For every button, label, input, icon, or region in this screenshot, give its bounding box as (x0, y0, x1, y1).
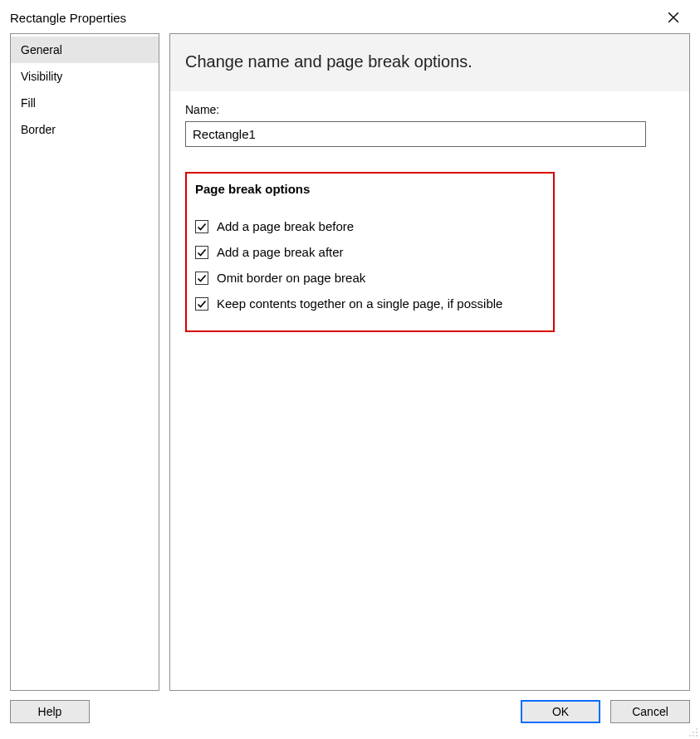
checkmark-icon (197, 273, 207, 283)
help-button[interactable]: Help (10, 700, 90, 723)
checkmark-icon (197, 299, 207, 309)
svg-point-6 (693, 735, 694, 737)
checkbox-label: Omit border on page break (217, 271, 365, 285)
checkbox-icon (195, 272, 208, 285)
checkbox-icon (195, 246, 208, 259)
checkbox-icon (195, 297, 208, 311)
svg-point-4 (696, 732, 698, 733)
sidebar-item-label: Fill (21, 96, 36, 110)
button-label: Help (38, 705, 62, 718)
checkbox-label: Keep contents together on a single page,… (217, 296, 502, 311)
name-label: Name: (185, 103, 674, 116)
svg-point-3 (693, 732, 694, 733)
sidebar-item-label: Border (21, 123, 56, 136)
dialog-footer: Help OK Cancel (0, 691, 700, 732)
footer-right: OK Cancel (521, 700, 690, 723)
resize-grip-icon (688, 727, 698, 737)
checkbox-row-omit-border[interactable]: Omit border on page break (195, 271, 545, 285)
checkbox-label: Add a page break before (217, 219, 354, 233)
name-input[interactable] (185, 121, 646, 147)
titlebar: Rectangle Properties (0, 0, 700, 33)
checkmark-icon (197, 247, 207, 257)
panel-content: Name: Page break options (170, 91, 689, 332)
sidebar-item-fill[interactable]: Fill (11, 90, 159, 116)
checkmark-icon (197, 222, 207, 232)
checkbox-row-break-before[interactable]: Add a page break before (195, 219, 545, 233)
sidebar: General Visibility Fill Border (10, 33, 159, 691)
sidebar-item-general[interactable]: General (11, 37, 159, 63)
sidebar-item-visibility[interactable]: Visibility (11, 63, 159, 90)
svg-point-2 (696, 728, 698, 730)
button-label: Cancel (632, 705, 668, 718)
button-label: OK (552, 705, 569, 718)
sidebar-item-label: General (21, 43, 62, 56)
cancel-button[interactable]: Cancel (610, 700, 690, 723)
checkbox-icon (195, 220, 208, 233)
checkbox-row-break-after[interactable]: Add a page break after (195, 245, 545, 259)
svg-point-7 (696, 735, 698, 737)
main-panel: Change name and page break options. Name… (169, 33, 690, 691)
checkbox-label: Add a page break after (217, 245, 344, 259)
ok-button[interactable]: OK (521, 700, 600, 723)
page-break-options-list: Add a page break before Add a page break… (195, 219, 545, 311)
resize-grip[interactable] (688, 727, 698, 737)
panel-header: Change name and page break options. (170, 34, 689, 91)
rectangle-properties-dialog: Rectangle Properties General Visibility … (0, 0, 700, 739)
sidebar-item-label: Visibility (21, 70, 62, 83)
page-break-options-title: Page break options (195, 174, 545, 198)
close-icon (668, 12, 679, 23)
page-break-options-group: Page break options Add a page break befo… (185, 172, 555, 332)
dialog-body: General Visibility Fill Border Change na… (0, 33, 700, 691)
checkbox-row-keep-together[interactable]: Keep contents together on a single page,… (195, 296, 545, 311)
sidebar-item-border[interactable]: Border (11, 116, 159, 143)
window-title: Rectangle Properties (10, 11, 126, 25)
svg-point-5 (689, 735, 691, 737)
close-button[interactable] (657, 6, 690, 29)
